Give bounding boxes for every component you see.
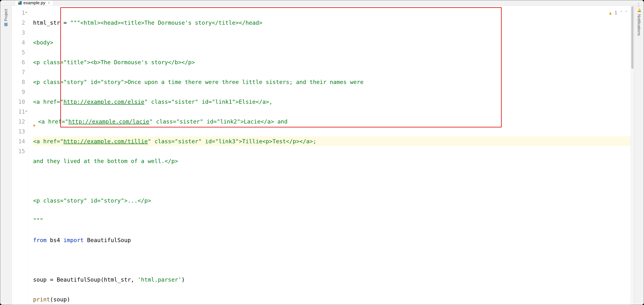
warning-icon: ▲ [609, 8, 612, 18]
scrollbar-thumb[interactable] [631, 6, 634, 69]
right-tool-strip: Notifications [634, 6, 644, 305]
chevron-down-icon[interactable]: ˅ [625, 8, 627, 18]
left-tool-strip: Project Bookmarks Structure [0, 6, 12, 305]
window-kebab-menu[interactable]: ⋮ [636, 2, 641, 8]
editor-scrollbar[interactable] [631, 6, 634, 305]
tab-label: example.py [24, 0, 45, 6]
line-number-gutter: 1 2 3 4 5 6 7 8 9 10 11 12 13 14 15 [12, 6, 28, 305]
editor-tab-example-py[interactable]: example.py × [15, 0, 53, 6]
chevron-up-icon[interactable]: ˄ [620, 8, 622, 18]
inspections-widget[interactable]: ▲ 1 ˄ ˅ [609, 8, 627, 18]
bell-icon [637, 9, 641, 12]
close-tab-icon[interactable]: × [48, 1, 50, 5]
python-file-icon [18, 1, 22, 5]
code-area[interactable]: html_str = """<html><head><title>The Dor… [28, 6, 634, 305]
inspection-marker-icon[interactable] [33, 120, 37, 124]
notifications-tool-button[interactable]: Notifications [637, 6, 641, 39]
project-tool-button[interactable]: Project [4, 6, 8, 30]
warning-count: 1 [614, 8, 617, 18]
editor-tab-bar: example.py × [0, 0, 644, 6]
code-editor[interactable]: 1 2 3 4 5 6 7 8 9 10 11 12 13 14 15 html… [12, 6, 634, 305]
